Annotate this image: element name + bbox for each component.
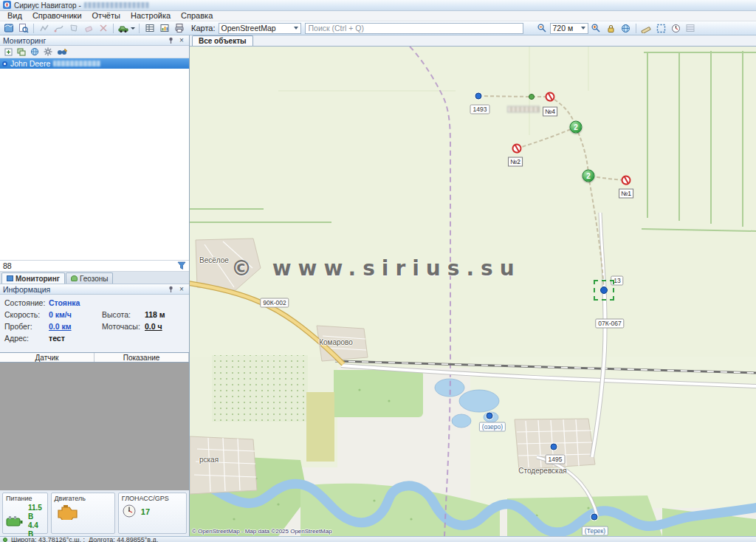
menu-item-4[interactable]: Справка [176, 11, 218, 21]
hours-value[interactable]: 0.0 ч [145, 322, 189, 331]
map-place-label: Весёлое [199, 256, 229, 264]
search-input[interactable] [305, 23, 523, 34]
info-panel-title: Информация [3, 285, 50, 294]
pin-icon[interactable] [166, 285, 175, 294]
chevron-down-icon [581, 27, 585, 30]
eraser-icon[interactable] [81, 22, 95, 34]
status-bar: Широта: 43.78126°с.ш. ; Долгота: 44.8985… [0, 536, 756, 542]
power-gauge-label: Питание [6, 495, 44, 502]
info-row-speed-altitude: Скорость: 0 км/ч Высота: 118 м [0, 309, 189, 320]
map-waypoint-label: №2 [508, 157, 523, 167]
zoom-out-icon[interactable] [535, 22, 549, 34]
report-view-icon[interactable] [157, 22, 171, 34]
geozones-tab-icon [71, 275, 78, 281]
vehicle-menu-icon[interactable] [117, 22, 136, 34]
speed-value: 0 км/ч [49, 310, 102, 319]
tree-toolbar [0, 46, 189, 58]
map-road-badge: 90К-002 [260, 298, 289, 308]
power-gauge: Питание 11.5 В 4.4 В [2, 493, 48, 534]
map-marker-dot-blue[interactable] [591, 514, 598, 521]
status-latitude: Широта: 43.78126°с.ш. ; [11, 537, 85, 542]
sensor-value-column-header[interactable]: Показание [94, 353, 189, 362]
new-map-icon[interactable] [1, 22, 16, 34]
menu-bar: ВидСправочникиОтчётыНастройкаСправка [0, 11, 756, 21]
polygon-icon[interactable] [66, 22, 80, 34]
engine-gauge-label: Двигатель [55, 495, 111, 502]
gnss-gauge-label: ГЛОНАСС/GPS [122, 495, 183, 502]
satellite-clock-icon [122, 504, 137, 520]
clear-map-icon[interactable] [96, 22, 110, 34]
chevron-down-icon [294, 27, 298, 30]
panel-tabs: МониторингГеозоны [0, 272, 189, 284]
table-view-icon[interactable] [142, 22, 157, 34]
window-title: Сириус Навигатор - [14, 1, 81, 10]
filter-value[interactable]: 88 [1, 261, 176, 270]
pin-icon[interactable] [166, 36, 175, 45]
map-marker-badge-green[interactable]: 2 [570, 121, 583, 134]
monitoring-panel-title: Мониторинг [3, 36, 46, 45]
lock-view-icon[interactable] [604, 22, 618, 34]
mileage-label: Пробег: [4, 322, 49, 331]
history-clock-icon[interactable] [669, 22, 683, 34]
print-icon[interactable] [172, 22, 186, 34]
gauges-strip: Питание 11.5 В 4.4 В Двигатель ГЛОНАСС/G… [0, 490, 189, 536]
toolbar-separator [113, 24, 114, 33]
map-tab-all-objects[interactable]: Все объекты [192, 35, 253, 46]
tree-row-selected[interactable]: John Deere [0, 58, 189, 69]
map-svg[interactable] [190, 47, 756, 536]
ruler-icon[interactable] [639, 22, 653, 34]
info-panel-body: Состояние: Стоянка Скорость: 0 км/ч Высо… [0, 295, 189, 352]
map-canvas[interactable]: ВесёлоеКомаровоСтодеревскаярская(озеро)(… [190, 47, 756, 536]
close-icon[interactable]: × [177, 36, 186, 45]
monitoring-panel-header: Мониторинг × [0, 35, 189, 46]
sensor-column-header[interactable]: Датчик [0, 353, 94, 362]
state-value: Стоянка [49, 298, 189, 307]
expand-all-icon[interactable] [2, 47, 14, 57]
objects-tree[interactable]: John Deere [0, 58, 189, 260]
main-toolbar: Карта: OpenStreetMap 720 м [0, 21, 756, 35]
map-provider-select[interactable]: OpenStreetMap [219, 23, 301, 34]
menu-item-2[interactable]: Отчёты [87, 11, 126, 21]
binoculars-edit-icon[interactable] [55, 47, 69, 57]
object-status-icon [2, 61, 7, 66]
zoom-level-select[interactable]: 720 м [550, 23, 588, 34]
tab-monitoring[interactable]: Мониторинг [1, 272, 65, 284]
menu-item-3[interactable]: Настройка [126, 11, 176, 21]
show-on-map-globe-icon[interactable] [29, 47, 41, 57]
groups-icon[interactable] [16, 47, 27, 57]
map-marker-dot-blue[interactable] [475, 93, 482, 100]
map-waypoint-label: №4 [543, 107, 557, 117]
select-area-icon[interactable] [654, 22, 668, 34]
map-provider-value: OpenStreetMap [221, 24, 276, 32]
filter-funnel-icon[interactable] [176, 261, 188, 270]
mileage-value[interactable]: 0.0 км [49, 322, 102, 331]
map-marker-dot-green[interactable] [529, 94, 535, 100]
redacted-title-text [84, 2, 149, 8]
map-marker-dot-blue[interactable] [551, 444, 557, 450]
object-filter-row[interactable]: 88 [0, 260, 189, 272]
find-object-icon[interactable] [16, 22, 30, 34]
map-marker-dot-blue[interactable] [487, 413, 493, 419]
map-provider-label: Карта: [191, 24, 216, 32]
sensor-table-empty-area [0, 363, 189, 490]
map-place-label: Комарово [319, 338, 353, 346]
layers-icon[interactable] [684, 22, 698, 34]
route-icon[interactable] [52, 22, 66, 34]
battery-icon [6, 515, 24, 529]
track-icon[interactable] [37, 22, 51, 34]
tab-geozones[interactable]: Геозоны [66, 272, 114, 284]
globe-icon[interactable] [619, 22, 633, 34]
map-area: Все объекты [190, 35, 756, 536]
settings-gear-icon[interactable] [42, 47, 54, 57]
menu-item-1[interactable]: Справочники [27, 11, 87, 21]
close-icon[interactable]: × [177, 285, 186, 294]
object-name: John Deere [10, 59, 50, 68]
map-place-label: рская [199, 456, 219, 464]
map-marker-badge-green[interactable]: 2 [583, 170, 595, 182]
redacted-map-label [507, 106, 540, 113]
menu-item-0[interactable]: Вид [2, 11, 27, 21]
altitude-label: Высота: [102, 310, 145, 319]
map-road-badge: 07К-067 [595, 319, 624, 329]
zoom-in-icon[interactable] [589, 22, 603, 34]
map-marker-selected[interactable] [600, 287, 608, 294]
